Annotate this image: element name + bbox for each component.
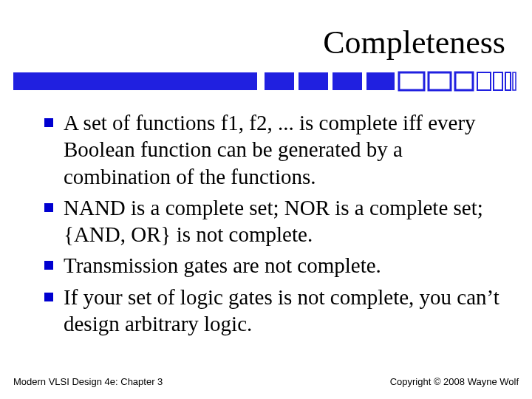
svg-rect-6 — [429, 72, 451, 90]
svg-rect-11 — [513, 72, 516, 90]
list-item: Transmission gates are not complete. — [44, 252, 505, 279]
svg-rect-10 — [505, 72, 511, 90]
bullet-list: A set of functions f1, f2, ... is comple… — [44, 109, 505, 341]
list-item: A set of functions f1, f2, ... is comple… — [44, 109, 505, 190]
svg-rect-9 — [494, 72, 502, 90]
bullet-text: Transmission gates are not complete. — [64, 252, 381, 279]
bullet-text: NAND is a complete set; NOR is a complet… — [64, 194, 505, 248]
footer-left: Modern VLSI Design 4e: Chapter 3 — [13, 376, 163, 387]
bullet-icon — [44, 261, 53, 270]
slide: Completeness A set of functions f1, f2, … — [0, 0, 532, 399]
footer-right: Copyright © 2008 Wayne Wolf — [390, 376, 519, 387]
svg-rect-5 — [399, 72, 424, 90]
list-item: If your set of logic gates is not comple… — [44, 284, 505, 338]
svg-rect-8 — [477, 72, 491, 90]
divider-bar — [13, 71, 519, 92]
svg-rect-7 — [455, 72, 473, 90]
svg-rect-1 — [265, 72, 294, 90]
svg-rect-2 — [299, 72, 328, 90]
bullet-icon — [44, 203, 53, 212]
slide-title: Completeness — [323, 24, 505, 61]
bullet-icon — [44, 293, 53, 301]
bullet-text: If your set of logic gates is not comple… — [64, 284, 505, 338]
svg-rect-0 — [13, 72, 257, 90]
list-item: NAND is a complete set; NOR is a complet… — [44, 194, 505, 248]
svg-rect-4 — [366, 72, 395, 90]
bullet-text: A set of functions f1, f2, ... is comple… — [64, 109, 505, 190]
bullet-icon — [44, 118, 53, 127]
svg-rect-3 — [332, 72, 362, 90]
